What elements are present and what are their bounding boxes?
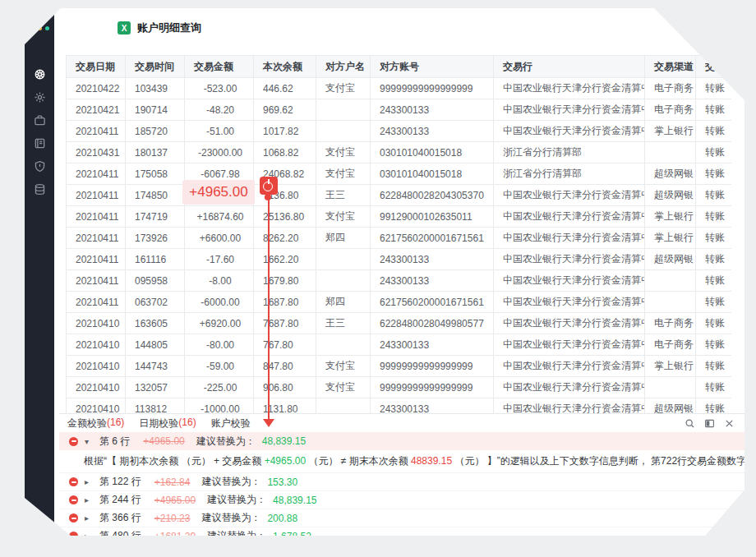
column-header: 本次余额 <box>254 56 316 78</box>
notebook-icon[interactable] <box>34 137 46 150</box>
validation-row[interactable]: ▸第 122 行+162.84建议替换为：153.30 <box>59 472 744 490</box>
table-row: 20210411063702-6000.001687.80郑四621756020… <box>67 292 732 313</box>
validation-row[interactable]: ▸第 366 行+210.23建议替换为：200.88 <box>59 509 744 527</box>
table-cell: 767.80 <box>254 334 316 356</box>
table-cell: 支付宝 <box>316 377 371 398</box>
table-row: 20210410132057-225.00906.80支付宝9999999999… <box>67 377 732 398</box>
table-cell: 446.62 <box>254 78 316 99</box>
table-cell: 7687.80 <box>254 313 316 334</box>
alert-clock-icon[interactable] <box>260 177 278 195</box>
table-cell: 超级网银 <box>645 163 696 185</box>
suggested-value: 48,839.15 <box>262 435 306 447</box>
error-circle-icon <box>69 477 78 486</box>
table-cell: 超级网银 <box>645 249 696 270</box>
table-row: 20210411173926+6600.008262.20郑四621756020… <box>67 228 732 249</box>
panel-toggle-icon[interactable] <box>704 418 715 429</box>
table-cell: 中国农业银行天津分行资金清算中心 <box>494 292 645 313</box>
database-icon[interactable] <box>34 183 46 196</box>
table-cell: 174850 <box>126 185 185 206</box>
suggested-value: 200.88 <box>267 513 297 524</box>
tab-金额校验[interactable]: 金额校验(16) <box>67 417 124 430</box>
table-cell: 190714 <box>126 99 185 121</box>
table-cell: 支付宝 <box>316 206 371 228</box>
table-cell: 王三 <box>316 185 371 206</box>
table-cell: 243300133 <box>371 334 494 356</box>
traffic-dot-1[interactable] <box>38 26 42 30</box>
table-cell: 转账 <box>696 99 732 121</box>
tab-label: 日期校验 <box>139 417 178 430</box>
sidebar <box>25 8 54 536</box>
table-cell: 99129000102635011 <box>371 206 494 228</box>
table-cell: 20210411 <box>67 185 126 206</box>
table-cell: -1000.00 <box>185 398 254 414</box>
table-cell: 掌上银行 <box>645 228 696 249</box>
briefcase-icon[interactable] <box>34 114 46 127</box>
table-cell: 185720 <box>126 121 185 142</box>
chevron-right-icon[interactable]: ▸ <box>85 513 93 522</box>
suggested-value: 1,678.52 <box>273 531 311 542</box>
table-cell: 中国农业银行天津分行资金清算中心 <box>494 377 645 398</box>
table-cell: 20210411 <box>67 163 126 185</box>
table-cell: 20210431 <box>67 142 126 163</box>
table-cell: 中国农业银行天津分行资金清算中心 <box>494 398 645 414</box>
table-row: 20210411095958-8.001679.80243300133中国农业银… <box>67 270 732 292</box>
table-cell: 中国农业银行天津分行资金清算中心 <box>494 78 645 99</box>
table-cell: 20210411 <box>67 206 126 228</box>
table-cell: 144743 <box>126 356 185 377</box>
shield-icon[interactable] <box>34 160 46 173</box>
page-title: 账户明细查询 <box>137 21 201 35</box>
table-cell: 095958 <box>126 270 185 292</box>
table-cell: +16874.60 <box>185 206 254 228</box>
table-cell <box>316 121 371 142</box>
alert-icon-circle <box>263 182 273 191</box>
table-cell: 转账 <box>696 398 732 414</box>
table-cell: 8262.20 <box>254 228 316 249</box>
table-cell: -17.60 <box>185 249 254 270</box>
table-cell: -51.00 <box>185 121 254 142</box>
old-value: +4965.00 <box>154 495 196 506</box>
validation-row-label: 第 366 行 <box>99 511 141 525</box>
table-cell: 20210411 <box>67 249 126 270</box>
table-cell <box>316 99 371 121</box>
traffic-dot-0[interactable] <box>30 26 35 30</box>
table-cell: 郑四 <box>316 228 371 249</box>
detail-segment: （元） 】”的逻辑以及上下文数字信息判断， 第722行交易金额数字 +4965.… <box>452 455 744 467</box>
table-cell: 99999999999999999 <box>371 377 494 398</box>
table-cell: 6217560200001671561 <box>371 292 494 313</box>
gear-icon[interactable] <box>34 91 46 104</box>
validation-row[interactable]: ▾第 6 行+4965.00建议替换为：48,839.15 <box>59 432 744 450</box>
chevron-right-icon[interactable]: ▸ <box>85 477 93 486</box>
suggest-label: 建议替换为： <box>196 435 256 449</box>
error-icon-bar <box>71 536 76 537</box>
validation-detail-text: 根据“【 期初本次余额 （元） + 交易金额 +4965.00 （元） ≠ 期末… <box>59 450 744 472</box>
validation-row-label: 第 480 行 <box>99 529 141 543</box>
chevron-right-icon[interactable]: ▸ <box>85 495 93 504</box>
validation-panel: 金额校验(16)日期校验(16)账户校验 ▾第 6 行+4965.00建议替换为… <box>59 413 744 536</box>
chevron-right-icon[interactable]: ▸ <box>85 532 93 541</box>
table-cell: 1687.80 <box>254 292 316 313</box>
table-cell: 转账 <box>696 185 732 206</box>
table-cell <box>316 270 371 292</box>
wheel-logo-icon[interactable] <box>34 68 46 81</box>
table-cell: 6217560200001671561 <box>371 228 494 249</box>
close-icon[interactable] <box>724 418 735 429</box>
chevron-down-icon[interactable]: ▾ <box>85 437 93 446</box>
validation-row[interactable]: ▸第 480 行+1681.29建议替换为：1,678.52 <box>59 527 744 545</box>
table-cell: 中国农业银行天津分行资金清算中心 <box>494 206 645 228</box>
table-cell: 转账 <box>696 163 732 185</box>
flagged-amount-highlight: +4965.00 <box>182 180 255 205</box>
tab-账户校验[interactable]: 账户校验 <box>211 417 251 430</box>
old-value: +1681.29 <box>154 531 196 542</box>
table-cell: 中国农业银行天津分行资金清算中心 <box>494 121 645 142</box>
tab-日期校验[interactable]: 日期校验(16) <box>139 417 196 430</box>
error-circle-icon <box>69 532 78 541</box>
table-cell: 电子商务 <box>645 99 696 121</box>
table-cell: 转账 <box>696 121 732 142</box>
panel-toolbar <box>685 418 735 429</box>
search-icon[interactable] <box>685 418 695 429</box>
traffic-dot-2[interactable] <box>45 26 49 30</box>
table-cell: 中国农业银行天津分行资金清算中心 <box>494 334 645 356</box>
validation-row[interactable]: ▸第 244 行+4965.00建议替换为：48,839.15 <box>59 490 744 509</box>
column-header: 交易类型 <box>696 56 732 78</box>
table-cell: 转账 <box>696 270 732 292</box>
